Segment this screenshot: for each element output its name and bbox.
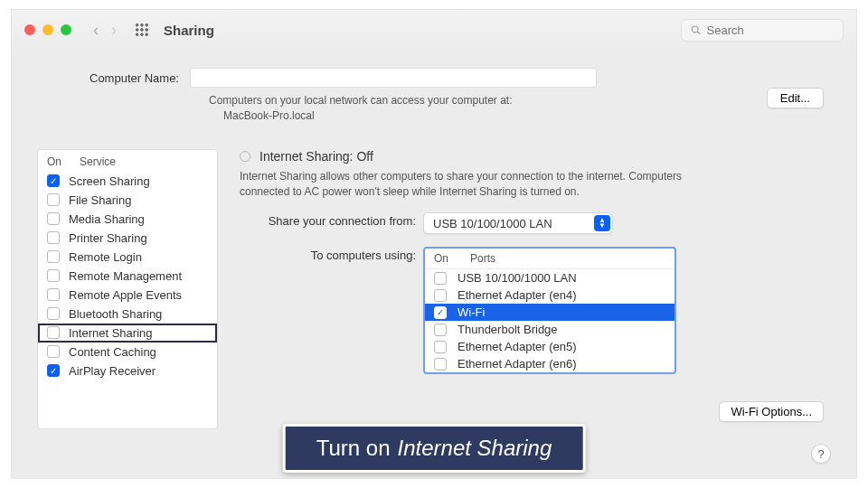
service-checkbox[interactable] <box>47 307 60 320</box>
service-checkbox[interactable] <box>47 288 60 301</box>
port-checkbox[interactable] <box>434 272 447 285</box>
edit-hostname-button[interactable]: Edit... <box>767 88 824 108</box>
service-checkbox[interactable] <box>47 345 60 358</box>
service-enable-radio[interactable] <box>240 151 250 162</box>
service-row[interactable]: ✓Screen Sharing <box>38 172 217 191</box>
close-icon[interactable] <box>24 24 35 35</box>
service-row[interactable]: Bluetooth Sharing <box>38 305 217 324</box>
service-row[interactable]: Internet Sharing <box>38 324 217 343</box>
port-row[interactable]: ✓Wi-Fi <box>425 304 675 321</box>
ports-head-on: On <box>434 252 454 265</box>
service-row[interactable]: Remote Apple Events <box>38 286 217 305</box>
service-row[interactable]: File Sharing <box>38 191 217 210</box>
detail-pane: Internet Sharing: Off Internet Sharing a… <box>240 149 831 429</box>
toolbar: ‹ › Sharing <box>12 10 856 50</box>
share-from-value: USB 10/100/1000 LAN <box>433 217 552 230</box>
help-button[interactable]: ? <box>811 444 831 464</box>
window-controls <box>24 24 71 35</box>
port-label: Ethernet Adapter (en4) <box>458 288 577 302</box>
computer-name-input[interactable] <box>190 68 597 88</box>
service-label: Remote Login <box>69 250 142 264</box>
service-checkbox[interactable] <box>47 231 60 244</box>
service-checkbox[interactable]: ✓ <box>47 364 60 377</box>
service-checkbox[interactable] <box>47 193 60 206</box>
search-icon <box>691 24 702 36</box>
search-field[interactable] <box>681 19 844 42</box>
services-head-on: On <box>47 155 67 168</box>
service-status: Internet Sharing: Off <box>259 149 373 164</box>
pane-title: Sharing <box>164 23 214 38</box>
port-row[interactable]: Ethernet Adapter (en6) <box>425 355 675 372</box>
ports-head-ports: Ports <box>470 252 495 265</box>
share-from-label: Share your connection from: <box>240 212 416 228</box>
service-checkbox[interactable] <box>47 269 60 282</box>
preferences-window: ‹ › Sharing Computer Name: Computers on … <box>11 9 857 479</box>
services-list: On Service ✓Screen SharingFile SharingMe… <box>37 149 218 429</box>
port-label: USB 10/100/1000 LAN <box>458 271 577 285</box>
port-label: Ethernet Adapter (en6) <box>458 357 577 371</box>
zoom-icon[interactable] <box>61 24 71 35</box>
computer-name-label: Computer Name: <box>90 71 179 85</box>
instruction-caption: Turn on Internet Sharing <box>283 424 586 473</box>
service-description: Internet Sharing allows other computers … <box>240 169 692 201</box>
ports-table: On Ports USB 10/100/1000 LANEthernet Ada… <box>423 247 676 374</box>
service-row[interactable]: ✓AirPlay Receiver <box>38 361 217 380</box>
port-label: Wi-Fi <box>458 305 485 319</box>
port-checkbox[interactable] <box>434 289 447 302</box>
service-row[interactable]: Remote Management <box>38 267 217 286</box>
service-row[interactable]: Remote Login <box>38 248 217 267</box>
service-label: Bluetooth Sharing <box>69 307 162 321</box>
to-computers-label: To computers using: <box>240 247 416 262</box>
search-input[interactable] <box>707 23 834 37</box>
service-label: Content Caching <box>69 345 156 359</box>
service-row[interactable]: Content Caching <box>38 343 217 361</box>
port-row[interactable]: Thunderbolt Bridge <box>425 321 675 338</box>
service-checkbox[interactable] <box>47 326 60 339</box>
port-checkbox[interactable] <box>434 358 447 371</box>
port-checkbox[interactable] <box>434 341 447 353</box>
share-from-select[interactable]: USB 10/100/1000 LAN ▲▼ <box>423 212 613 234</box>
port-label: Thunderbolt Bridge <box>458 323 558 336</box>
service-label: File Sharing <box>69 193 131 207</box>
port-row[interactable]: Ethernet Adapter (en4) <box>425 286 675 304</box>
nav-back-forward: ‹ › <box>93 21 117 40</box>
port-label: Ethernet Adapter (en5) <box>458 340 577 353</box>
service-label: Remote Apple Events <box>69 288 182 302</box>
wifi-options-button[interactable]: Wi-Fi Options... <box>719 401 824 422</box>
service-row[interactable]: Media Sharing <box>38 210 217 229</box>
port-row[interactable]: USB 10/100/1000 LAN <box>425 269 675 286</box>
service-label: AirPlay Receiver <box>69 364 156 378</box>
grid-icon[interactable] <box>135 23 149 37</box>
service-row[interactable]: Printer Sharing <box>38 229 217 248</box>
service-label: Screen Sharing <box>69 174 150 188</box>
service-label: Remote Management <box>69 269 182 283</box>
forward-button[interactable]: › <box>111 21 117 40</box>
back-button[interactable]: ‹ <box>93 21 99 40</box>
service-label: Media Sharing <box>69 212 145 226</box>
content-area: Computer Name: Computers on your local n… <box>12 50 856 478</box>
service-label: Printer Sharing <box>69 231 147 245</box>
port-checkbox[interactable]: ✓ <box>434 306 447 319</box>
services-head-service: Service <box>80 155 116 168</box>
port-row[interactable]: Ethernet Adapter (en5) <box>425 338 675 355</box>
minimize-icon[interactable] <box>42 24 53 35</box>
service-label: Internet Sharing <box>69 326 153 340</box>
service-checkbox[interactable]: ✓ <box>47 174 60 187</box>
service-checkbox[interactable] <box>47 212 60 225</box>
updown-icon: ▲▼ <box>594 215 610 231</box>
port-checkbox[interactable] <box>434 324 447 336</box>
hostname-hint: Computers on your local network can acce… <box>209 93 831 124</box>
service-checkbox[interactable] <box>47 250 60 263</box>
